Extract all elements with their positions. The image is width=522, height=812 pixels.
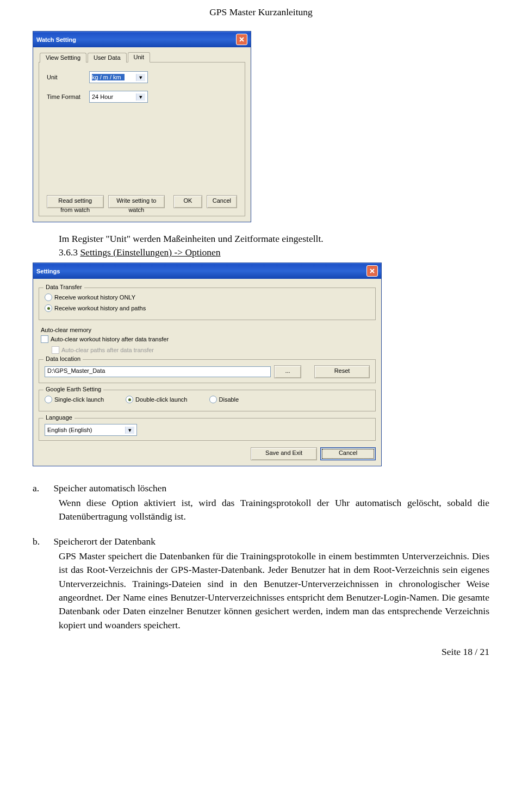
tab-unit[interactable]: Unit (128, 52, 151, 63)
list-letter-b: b. (33, 536, 51, 547)
radio-single-click[interactable] (45, 396, 52, 403)
radio-double-click[interactable] (126, 396, 133, 403)
checkbox-label-disabled: Auto-clear paths after data transfer (61, 347, 154, 353)
language-dropdown[interactable]: English (English) ▾ (45, 424, 137, 436)
cancel-button[interactable]: Cancel (207, 195, 237, 208)
language-group: Language English (English) ▾ (39, 418, 376, 441)
ok-button[interactable]: OK (173, 195, 202, 208)
subsection-title: Speicherort der Datenbank (53, 536, 156, 547)
chevron-down-icon: ▾ (125, 427, 134, 434)
tab-view-setting[interactable]: View Settting (40, 53, 86, 63)
radio-history-and-paths[interactable] (45, 304, 52, 312)
group-title: Data Transfer (44, 284, 84, 290)
write-to-watch-button[interactable]: Write setting to watch (108, 195, 165, 208)
unit-value: kg / m / km (92, 74, 125, 80)
time-format-label: Time Format (47, 93, 89, 100)
checkbox-label: Auto-clear workout history after data tr… (51, 336, 169, 342)
unit-dropdown[interactable]: kg / m / km ▾ (89, 71, 148, 83)
time-format-dropdown[interactable]: 24 Hour ▾ (89, 91, 148, 103)
group-title: Google Earth Setting (44, 386, 103, 392)
group-title: Data location (44, 355, 83, 362)
radio-label: Receive workout history and paths (54, 305, 146, 311)
radio-label: Single-click launch (54, 396, 104, 403)
save-and-exit-button[interactable]: Save and Exit (251, 447, 317, 460)
radio-label: Disable (219, 396, 239, 403)
browse-button[interactable]: ... (274, 365, 301, 378)
chevron-down-icon: ▾ (136, 74, 145, 81)
language-value: English (English) (47, 427, 96, 433)
body-text: Im Register "Unit" werden Maßeinheiten u… (59, 233, 489, 245)
section-number: 3.6.3 (59, 247, 80, 258)
cancel-button[interactable]: Cancel (320, 447, 376, 460)
auto-clear-section: Auto-clear memory Auto-clear workout his… (41, 327, 376, 354)
dialog-titlebar[interactable]: Settings (33, 263, 381, 279)
data-location-group: Data location D:\GPS_Master_Data ... Res… (39, 359, 376, 383)
radio-history-only[interactable] (45, 293, 52, 301)
auto-clear-heading: Auto-clear memory (41, 327, 376, 333)
radio-label: Receive workout history ONLY (54, 294, 135, 301)
tab-user-data[interactable]: User Data (88, 53, 127, 63)
checkbox-autoclear-history[interactable] (41, 335, 48, 343)
close-icon[interactable] (236, 34, 247, 45)
reset-button[interactable]: Reset (314, 365, 370, 378)
section-title: Settings (Einstellungen) -> Optionen (80, 247, 220, 258)
radio-label: Double-click launch (135, 396, 187, 403)
dialog-titlebar[interactable]: Watch Setting (33, 32, 251, 47)
dialog-title: Watch Setting (36, 36, 76, 43)
data-location-input[interactable]: D:\GPS_Master_Data (45, 366, 271, 377)
dialog-title: Settings (36, 268, 60, 274)
radio-disable[interactable] (209, 396, 217, 403)
time-format-value: 24 Hour (92, 93, 116, 100)
checkbox-autoclear-paths (52, 346, 59, 354)
read-from-watch-button[interactable]: Read setting from watch (47, 195, 104, 208)
list-letter-a: a. (33, 483, 51, 494)
unit-label: Unit (47, 74, 89, 80)
document-header: GPS Master Kurzanleitung (33, 7, 489, 18)
settings-dialog: Settings Data Transfer Receive workout h… (33, 263, 382, 466)
subsection-title: Speicher automatisch löschen (53, 483, 166, 494)
chevron-down-icon: ▾ (136, 93, 145, 101)
group-title: Language (44, 414, 74, 421)
watch-setting-dialog: Watch Setting View Settting User Data Un… (33, 31, 251, 222)
close-icon[interactable] (366, 265, 378, 277)
data-transfer-group: Data Transfer Receive workout history ON… (39, 288, 376, 320)
page-footer: Seite 18 / 21 (33, 646, 489, 658)
google-earth-group: Google Earth Setting Single-click launch… (39, 390, 376, 411)
body-text: GPS Master speichert die Datenbanken für… (59, 549, 489, 632)
body-text: Wenn diese Option aktiviert ist, wird da… (59, 496, 489, 524)
